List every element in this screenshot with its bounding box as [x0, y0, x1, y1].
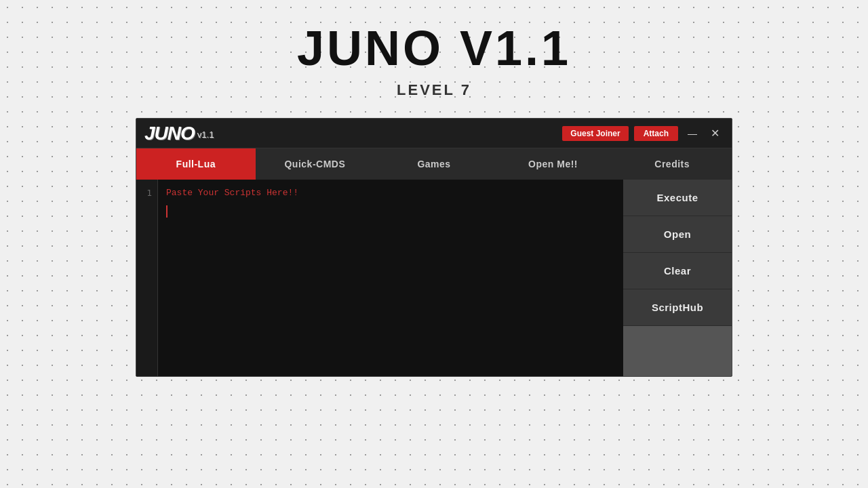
page-subtitle: LEVEL 7	[397, 81, 471, 99]
titlebar-controls: Guest Joiner Attach — ✕	[562, 125, 724, 141]
attach-button[interactable]: Attach	[634, 126, 678, 141]
scripthub-button[interactable]: ScriptHub	[623, 289, 732, 326]
content-area: 1 Paste Your Scripts Here!! Execute Open…	[136, 180, 732, 376]
app-logo: JUNOv1.1	[144, 123, 214, 144]
tab-credits[interactable]: Credits	[612, 148, 732, 180]
editor-placeholder: Paste Your Scripts Here!!	[166, 188, 298, 198]
tab-open-me[interactable]: Open Me!!	[494, 148, 613, 180]
editor-cursor	[166, 205, 167, 218]
app-window: JUNOv1.1 Guest Joiner Attach — ✕ Full-Lu…	[136, 118, 732, 377]
nav-tabs: Full-Lua Quick-CMDS Games Open Me!! Cred…	[136, 148, 732, 180]
open-button[interactable]: Open	[623, 216, 732, 253]
tab-games[interactable]: Games	[374, 148, 494, 180]
sidebar-spacer	[623, 326, 732, 376]
execute-button[interactable]: Execute	[623, 180, 732, 216]
tab-quick-cmds[interactable]: Quick-CMDS	[256, 148, 375, 180]
clear-button[interactable]: Clear	[623, 253, 732, 289]
editor-wrapper[interactable]: 1 Paste Your Scripts Here!!	[136, 180, 623, 376]
version-label: v1.1	[197, 129, 214, 140]
minimize-button[interactable]: —	[684, 127, 701, 140]
editor-content[interactable]: Paste Your Scripts Here!!	[158, 180, 623, 376]
logo-area: JUNOv1.1	[144, 123, 214, 144]
titlebar: JUNOv1.1 Guest Joiner Attach — ✕	[136, 119, 732, 148]
line-number-1: 1	[142, 186, 152, 201]
guest-joiner-button[interactable]: Guest Joiner	[562, 126, 628, 141]
tab-full-lua[interactable]: Full-Lua	[136, 148, 256, 180]
line-numbers: 1	[136, 180, 158, 376]
sidebar-buttons: Execute Open Clear ScriptHub	[623, 180, 732, 376]
close-button[interactable]: ✕	[707, 125, 724, 141]
page-title: JUNO V1.1	[297, 20, 571, 76]
